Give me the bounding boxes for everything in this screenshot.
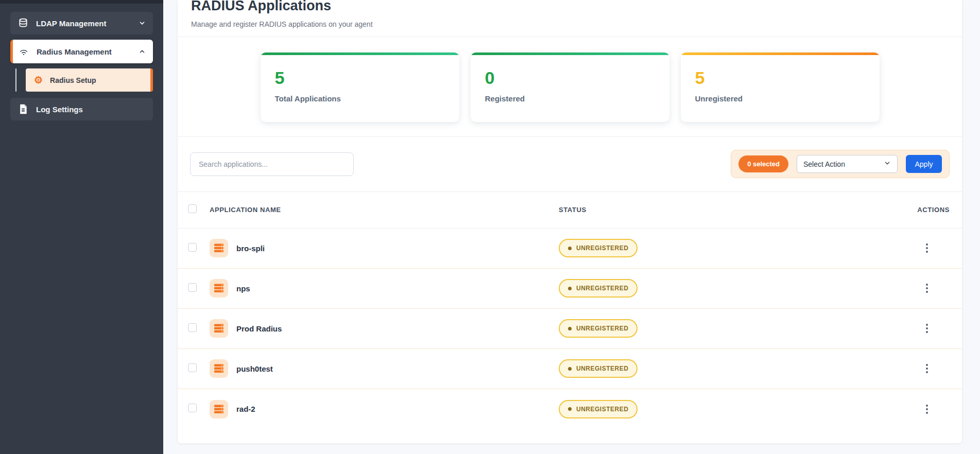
sidebar-top-edge: [0, 0, 163, 4]
stat-card-registered: 0 Registered: [471, 53, 669, 122]
apply-button[interactable]: Apply: [906, 155, 942, 173]
sidebar-item-radius-management[interactable]: Radius Management: [10, 40, 153, 63]
stat-card-accent-bar: [261, 53, 459, 55]
kebab-menu-icon[interactable]: [923, 240, 931, 256]
stat-value: 5: [275, 69, 459, 86]
main-content: RADIUS Applications Manage and register …: [163, 0, 980, 454]
select-all-checkbox[interactable]: [188, 204, 197, 213]
sidebar-item-label: Radius Setup: [50, 76, 96, 84]
server-icon: [210, 319, 228, 338]
status-badge: UNREGISTERED: [559, 400, 638, 418]
application-name-cell: Prod Radius: [210, 319, 559, 338]
table-row: nps UNREGISTERED: [178, 269, 962, 309]
page-subtitle: Manage and register RADIUS applications …: [191, 20, 949, 28]
status-dot-icon: [568, 287, 572, 290]
sidebar-item-radius-setup[interactable]: Radius Setup: [26, 68, 153, 92]
action-select[interactable]: Select Action: [797, 155, 898, 173]
database-icon: [18, 18, 29, 28]
table-row: rad-2 UNREGISTERED: [178, 389, 962, 429]
status-badge: UNREGISTERED: [559, 239, 638, 257]
column-header-actions: ACTIONS: [899, 206, 950, 214]
chevron-up-icon: [139, 48, 146, 55]
table-row: Prod Radius UNREGISTERED: [178, 309, 962, 349]
status-text: UNREGISTERED: [576, 325, 628, 332]
table-row: bro-spli UNREGISTERED: [178, 229, 962, 269]
status-dot-icon: [568, 407, 572, 411]
submenu-indent-line: [15, 68, 16, 92]
status-cell: UNREGISTERED: [559, 239, 899, 257]
sidebar-item-label: Log Settings: [36, 105, 83, 114]
stats-section: 5 Total Applications 0 Registered 5 Unre…: [178, 37, 962, 137]
kebab-menu-icon[interactable]: [923, 401, 931, 417]
sidebar-nav: LDAP Management Radius Management: [0, 4, 163, 126]
applications-table: APPLICATION NAME STATUS ACTIONS bro-spli: [178, 192, 962, 429]
stat-card-unregistered: 5 Unregistered: [681, 53, 880, 122]
application-name: nps: [236, 284, 250, 293]
sidebar-item-label: LDAP Management: [36, 19, 106, 28]
stat-value: 5: [695, 69, 880, 86]
selected-count-badge: 0 selected: [738, 155, 788, 172]
status-dot-icon: [568, 247, 572, 250]
stat-label: Registered: [485, 94, 669, 103]
actions-cell: [899, 281, 950, 296]
table-header-row: APPLICATION NAME STATUS ACTIONS: [178, 192, 962, 229]
search-input[interactable]: [190, 152, 354, 176]
document-icon: [18, 104, 29, 114]
server-icon: [210, 400, 228, 418]
chevron-down-icon: [884, 160, 891, 168]
row-checkbox-cell: [188, 283, 210, 294]
row-checkbox[interactable]: [188, 243, 197, 252]
stat-card-accent-bar: [681, 53, 880, 55]
row-checkbox-cell: [188, 243, 210, 254]
status-text: UNREGISTERED: [576, 365, 628, 372]
status-dot-icon: [568, 327, 572, 330]
column-header-status: STATUS: [559, 206, 899, 214]
row-checkbox[interactable]: [188, 404, 197, 412]
row-checkbox-cell: [188, 323, 210, 334]
gear-icon: [34, 75, 43, 85]
page-header: RADIUS Applications Manage and register …: [178, 0, 962, 37]
application-name-cell: bro-spli: [210, 239, 559, 257]
row-checkbox[interactable]: [188, 323, 197, 332]
radius-applications-panel: RADIUS Applications Manage and register …: [178, 0, 962, 443]
column-header-application-name: APPLICATION NAME: [210, 206, 559, 214]
actions-cell: [899, 321, 950, 336]
status-text: UNREGISTERED: [576, 406, 628, 413]
chevron-down-icon: [139, 20, 146, 27]
status-cell: UNREGISTERED: [559, 400, 899, 418]
sidebar-item-log-settings[interactable]: Log Settings: [10, 98, 153, 120]
status-text: UNREGISTERED: [576, 285, 628, 292]
status-badge: UNREGISTERED: [559, 319, 638, 338]
action-select-value: Select Action: [803, 160, 845, 168]
stat-card-accent-bar: [471, 53, 669, 55]
sidebar-item-ldap-management[interactable]: LDAP Management: [10, 12, 153, 34]
kebab-menu-icon[interactable]: [923, 361, 931, 376]
status-badge: UNREGISTERED: [559, 359, 638, 378]
status-text: UNREGISTERED: [576, 245, 628, 252]
wifi-icon: [18, 46, 29, 57]
server-icon: [210, 359, 228, 378]
row-checkbox-cell: [188, 404, 210, 414]
sidebar-item-label: Radius Management: [37, 47, 112, 56]
server-icon: [210, 239, 228, 257]
page-title: RADIUS Applications: [191, 0, 949, 14]
row-checkbox[interactable]: [188, 283, 197, 292]
kebab-menu-icon[interactable]: [923, 321, 931, 336]
status-cell: UNREGISTERED: [559, 359, 899, 378]
row-checkbox-cell: [188, 363, 210, 374]
sidebar: LDAP Management Radius Management: [0, 0, 163, 454]
kebab-menu-icon[interactable]: [923, 281, 931, 296]
radius-submenu: Radius Setup: [10, 68, 153, 92]
application-name: push0test: [236, 364, 273, 373]
application-name: bro-spli: [236, 244, 265, 253]
status-dot-icon: [568, 367, 572, 371]
application-name-cell: push0test: [210, 359, 559, 378]
toolbar: 0 selected Select Action Apply: [178, 137, 962, 192]
table-row: push0test UNREGISTERED: [178, 349, 962, 389]
actions-cell: [899, 401, 950, 417]
application-name-cell: nps: [210, 279, 559, 298]
actions-cell: [899, 240, 950, 256]
row-checkbox[interactable]: [188, 363, 197, 372]
status-cell: UNREGISTERED: [559, 319, 899, 338]
application-name: rad-2: [236, 405, 255, 413]
